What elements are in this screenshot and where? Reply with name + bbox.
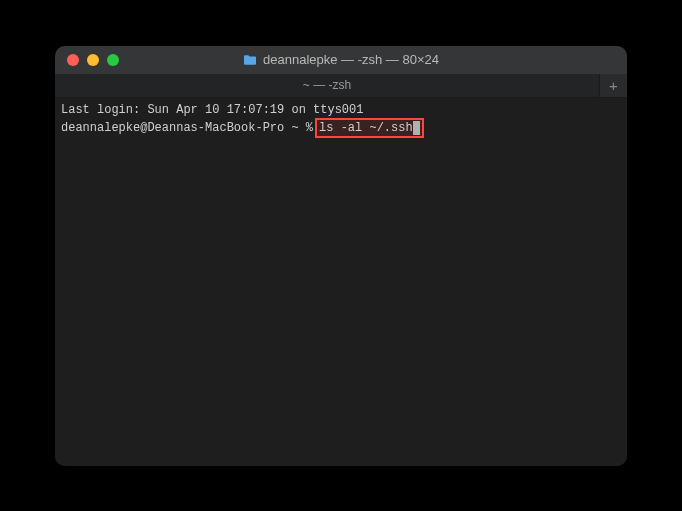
new-tab-button[interactable]: + — [599, 74, 627, 97]
prompt-line: deannalepke@Deannas-MacBook-Pro ~ %ls -a… — [61, 118, 621, 138]
tab-label: ~ — -zsh — [303, 78, 351, 92]
titlebar: deannalepke — -zsh — 80×24 — [55, 46, 627, 74]
command-text: ls -al ~/.ssh — [319, 121, 413, 135]
folder-icon — [243, 54, 257, 66]
window-title: deannalepke — -zsh — 80×24 — [263, 52, 439, 67]
cursor — [413, 121, 420, 135]
plus-icon: + — [609, 77, 618, 94]
terminal-window: deannalepke — -zsh — 80×24 ~ — -zsh + La… — [55, 46, 627, 466]
tab-zsh[interactable]: ~ — -zsh — [55, 74, 599, 97]
minimize-window-button[interactable] — [87, 54, 99, 66]
traffic-lights — [55, 54, 119, 66]
maximize-window-button[interactable] — [107, 54, 119, 66]
terminal-content[interactable]: Last login: Sun Apr 10 17:07:19 on ttys0… — [55, 98, 627, 466]
window-title-group: deannalepke — -zsh — 80×24 — [243, 52, 439, 67]
shell-prompt: deannalepke@Deannas-MacBook-Pro ~ % — [61, 121, 313, 135]
tabbar: ~ — -zsh + — [55, 74, 627, 98]
close-window-button[interactable] — [67, 54, 79, 66]
command-highlight: ls -al ~/.ssh — [315, 118, 424, 138]
last-login-line: Last login: Sun Apr 10 17:07:19 on ttys0… — [61, 102, 621, 118]
